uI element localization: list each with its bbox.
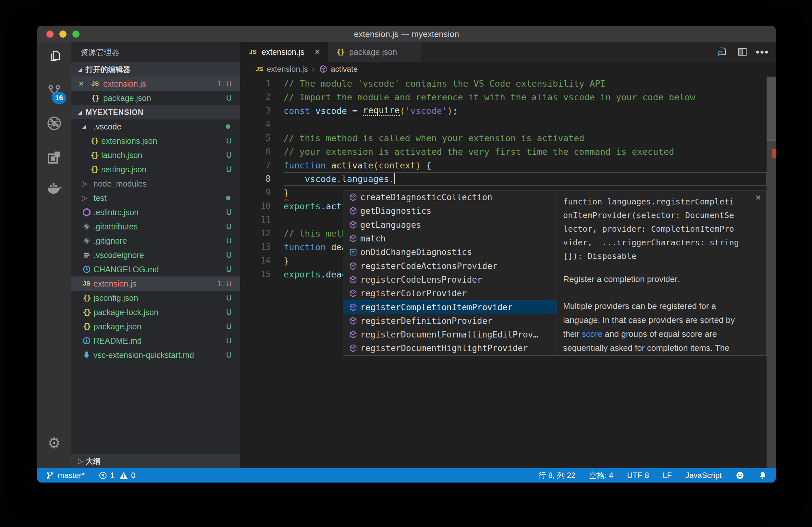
editor-tab-extension.js[interactable]: JSextension.js× (240, 42, 328, 62)
braces-icon: {} (90, 150, 99, 160)
close-tab-icon[interactable]: × (315, 47, 320, 57)
tree-item[interactable]: README.mdU (71, 334, 240, 348)
tree-item[interactable]: CHANGELOG.mdU (71, 262, 240, 277)
scrollbar-thumb[interactable] (767, 77, 775, 141)
suggest-item[interactable]: getLanguages (343, 218, 556, 232)
tree-item[interactable]: vsc-extension-quickstart.mdU (71, 348, 240, 362)
error-icon (98, 471, 107, 480)
status-item-encoding[interactable]: UTF-8 (627, 471, 649, 480)
project-section-header[interactable]: ◢ MYEXTENSION (71, 105, 240, 119)
chevron-collapsed-icon: ▷ (82, 180, 91, 188)
status-item-notifications[interactable] (758, 471, 767, 480)
open-changes-button[interactable] (716, 46, 728, 57)
suggest-item[interactable]: createDiagnosticCollection (343, 190, 556, 204)
git-status-badge: U (226, 222, 232, 231)
tree-item[interactable]: ▷test (71, 191, 240, 205)
editor-actions: ••• (716, 42, 775, 62)
tree-item[interactable]: .eslintrc.jsonU (71, 205, 240, 219)
status-item-git-branch-status[interactable]: master* (46, 471, 85, 480)
tree-item[interactable]: {}jsconfig.jsonU (71, 291, 240, 305)
line-number: 7 (240, 160, 284, 170)
open-editors-list: ×JSextension.js1, U{}package.jsonU (71, 77, 240, 105)
braces-icon: {} (336, 47, 345, 57)
tree-item[interactable]: ▷node_modules (71, 177, 240, 191)
activity-bar-item-settings[interactable]: ⚙ (37, 427, 71, 458)
suggest-item[interactable]: registerCompletionItemProvider (343, 300, 556, 314)
symbol-method-icon (318, 64, 328, 74)
line-number: 1 (240, 78, 284, 88)
scrollbar[interactable] (767, 77, 775, 468)
gear-icon: ⚙ (47, 436, 61, 450)
tree-item[interactable]: {}extensions.jsonU (71, 134, 240, 148)
title-bar: extension.js — myextension (37, 26, 775, 42)
activity-bar: 16⚙ (37, 42, 71, 468)
status-item-language-mode[interactable]: JavaScript (685, 471, 722, 480)
suggest-item[interactable]: registerDefinitionProvider (343, 314, 556, 328)
status-item-indentation[interactable]: 空格: 4 (589, 470, 613, 481)
tree-item[interactable]: .gitattributesU (71, 219, 240, 234)
sidebar-title: 资源管理器 (71, 42, 240, 62)
suggest-item[interactable]: registerDocumentFormattingEditProv… (343, 328, 556, 341)
tree-item[interactable]: {}settings.jsonU (71, 162, 240, 177)
window-title: extension.js — myextension (354, 29, 459, 39)
lines-icon (82, 250, 91, 260)
suggest-item[interactable]: match (343, 232, 556, 245)
status-item-cursor-position[interactable]: 行 8, 列 22 (538, 470, 576, 481)
suggest-item[interactable]: registerColorProvider (343, 287, 556, 300)
tab-bar: JSextension.js×{}package.json (240, 42, 775, 62)
zoom-window-button[interactable] (72, 30, 79, 38)
docs-link[interactable]: score (582, 329, 603, 339)
symbol-method-icon (346, 289, 360, 298)
minimize-window-button[interactable] (59, 30, 67, 38)
bell-icon (758, 471, 767, 480)
status-item-error-count[interactable]: 1 (98, 471, 115, 480)
open-editor-item[interactable]: {}package.jsonU (71, 91, 240, 105)
git-dirty-dot (226, 124, 230, 129)
activity-bar-item-extensions[interactable] (37, 142, 71, 173)
close-window-button[interactable] (46, 30, 54, 38)
tree-item[interactable]: JSextension.js1, U (71, 277, 240, 291)
tree-item[interactable]: .gitignoreU (71, 234, 240, 248)
suggest-item[interactable]: onDidChangeDiagnostics (343, 245, 556, 259)
symbol-method-icon (346, 275, 360, 284)
tree-item[interactable]: ◢.vscode (71, 119, 240, 134)
breadcrumb[interactable]: JSextension.js›activate (240, 62, 775, 77)
activity-bar-item-docker[interactable] (37, 173, 71, 204)
tree-item[interactable]: {}launch.jsonU (71, 148, 240, 162)
chevron-collapsed-icon: ▷ (78, 457, 86, 465)
git-status-badge: U (226, 150, 232, 160)
close-icon[interactable]: × (755, 193, 761, 202)
activity-bar-item-source-control[interactable]: 16 (37, 76, 71, 107)
scm-badge: 16 (52, 92, 66, 104)
git-status-badge: U (226, 93, 232, 103)
tree-item[interactable]: {}package.jsonU (71, 319, 240, 334)
tree-item[interactable]: {}package-lock.jsonU (71, 305, 240, 319)
close-editor-icon[interactable]: × (78, 78, 90, 89)
git-status-badge: 1, U (217, 79, 232, 88)
open-editor-item[interactable]: ×JSextension.js1, U (71, 77, 240, 91)
breadcrumb-item[interactable]: extension.js (267, 64, 308, 74)
outline-section-header[interactable]: ▷ 大纲 (71, 454, 240, 468)
code-line-3: 3const vscode = require('vscode'); (240, 104, 775, 117)
breadcrumb-item[interactable]: activate (331, 64, 358, 74)
suggest-item[interactable]: registerCodeActionsProvider (343, 259, 556, 273)
line-number: 11 (240, 215, 284, 224)
tree-item[interactable]: .vscodeignoreU (71, 248, 240, 262)
status-item-feedback[interactable] (736, 471, 744, 480)
status-item-eol[interactable]: LF (663, 471, 672, 480)
suggest-item[interactable]: registerCodeLensProvider (343, 273, 556, 287)
line-number: 13 (240, 242, 284, 252)
git-status-badge: U (226, 136, 232, 145)
line-number: 14 (240, 256, 284, 265)
suggest-item[interactable]: getDiagnostics (343, 204, 556, 218)
activity-bar-item-debug[interactable] (37, 108, 71, 139)
editor-tab-package.json[interactable]: {}package.json (328, 42, 421, 62)
status-item-warning-count[interactable]: 0 (119, 471, 135, 480)
open-editors-section-header[interactable]: ◢ 打开的编辑器 (71, 62, 240, 77)
suggest-item[interactable]: registerDocumentHighlightProvider (343, 341, 556, 355)
split-editor-button[interactable] (737, 46, 748, 57)
activity-bar-item-explorer[interactable] (37, 41, 71, 72)
js-icon: JS (248, 47, 258, 57)
more-actions-button[interactable]: ••• (757, 46, 768, 57)
git-status-badge: 1, U (217, 279, 232, 288)
